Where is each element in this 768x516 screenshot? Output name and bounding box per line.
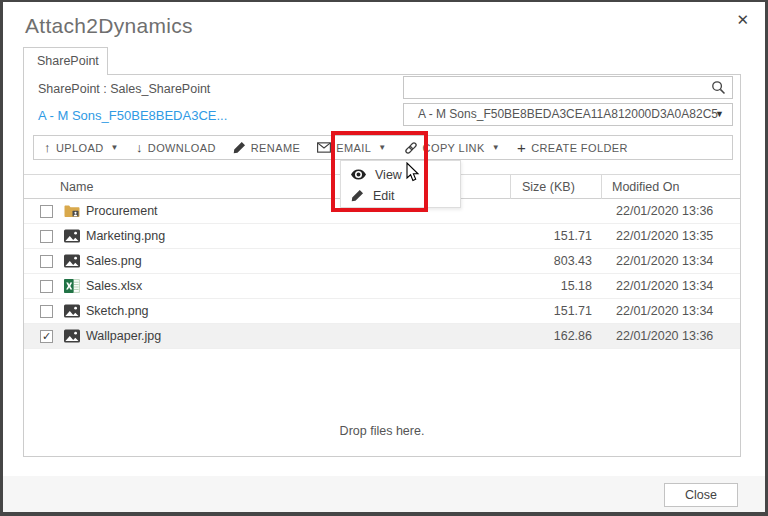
file-row[interactable]: Sales.png803.4322/01/2020 13:34 (24, 249, 740, 274)
search-box (403, 76, 733, 99)
tab-sharepoint[interactable]: SharePoint (23, 47, 108, 75)
chevron-down-icon: ▼ (715, 104, 724, 125)
breadcrumb-link[interactable]: A - M Sons_F50BE8BEDA3CE... (38, 108, 227, 123)
create-folder-label: CREATE FOLDER (531, 142, 628, 154)
file-list: Procurement22/01/2020 13:36Marketing.png… (24, 199, 740, 349)
checkbox-unchecked[interactable] (40, 280, 53, 293)
menu-item-view-label: View (375, 168, 402, 182)
file-modified-date: 22/01/2020 13:34 (616, 254, 713, 268)
file-row[interactable]: ✓Wallpaper.jpg162.8622/01/2020 13:36 (24, 324, 740, 349)
folder-select-value: A - M Sons_F50BE8BEDA3CEA11A812000D3A0A8… (418, 107, 718, 121)
file-modified-date: 22/01/2020 13:36 (616, 329, 713, 343)
file-size: 803.43 (464, 254, 592, 268)
email-button[interactable]: EMAIL ▼ (317, 142, 386, 154)
image-icon (64, 254, 80, 268)
checkbox-unchecked[interactable] (40, 255, 53, 268)
search-icon[interactable] (711, 80, 726, 95)
drop-files-hint: Drop files here. (24, 424, 740, 438)
file-size: 162.86 (464, 329, 592, 343)
file-name: Sales.xlsx (86, 279, 142, 293)
close-icon[interactable]: ✕ (736, 10, 749, 30)
envelope-icon (317, 142, 331, 153)
menu-item-view[interactable]: View (341, 164, 460, 185)
column-divider (601, 175, 602, 199)
image-icon (64, 304, 80, 318)
file-row[interactable]: Marketing.png151.7122/01/2020 13:35 (24, 224, 740, 249)
copy-link-menu: View Edit (340, 160, 461, 208)
menu-item-edit[interactable]: Edit (341, 185, 460, 206)
rename-button[interactable]: RENAME (233, 141, 300, 154)
file-row[interactable]: Sales.xlsx15.1822/01/2020 13:34 (24, 274, 740, 299)
download-label: DOWNLOAD (148, 142, 216, 154)
file-modified-date: 22/01/2020 13:34 (616, 279, 713, 293)
file-name: Sketch.png (86, 304, 149, 318)
plus-icon: + (517, 140, 526, 155)
column-header-size[interactable]: Size (KB) (522, 180, 575, 194)
file-modified-date: 22/01/2020 13:34 (616, 304, 713, 318)
dialog-footer: Close (3, 476, 765, 512)
menu-item-edit-label: Edit (373, 189, 395, 203)
download-arrow-icon: ↓ (136, 141, 143, 154)
file-size: 151.71 (464, 229, 592, 243)
file-modified-date: 22/01/2020 13:35 (616, 229, 713, 243)
file-modified-date: 22/01/2020 13:36 (616, 204, 713, 218)
copy-link-label: COPY LINK (423, 142, 485, 154)
sharepoint-panel: Name Size (KB) Modified On Procurement22… (23, 74, 741, 457)
file-name: Wallpaper.jpg (86, 329, 161, 343)
column-divider (510, 175, 511, 199)
folder-icon (64, 204, 80, 218)
file-size: 15.18 (464, 279, 592, 293)
attach2dynamics-dialog: Attach2Dynamics ✕ SharePoint Name Size (… (0, 0, 768, 516)
upload-label: UPLOAD (56, 142, 104, 154)
rename-label: RENAME (251, 142, 300, 154)
column-header-name[interactable]: Name (60, 180, 93, 194)
sharepoint-source-label: SharePoint : Sales_SharePoint (38, 82, 210, 96)
chevron-down-icon: ▼ (111, 143, 119, 152)
create-folder-button[interactable]: + CREATE FOLDER (517, 140, 628, 155)
pencil-icon (351, 189, 364, 202)
eye-icon (351, 169, 366, 180)
toolbar: ↑ UPLOAD ▼ ↓ DOWNLOAD RENAME EMAIL ▼ COP… (33, 135, 733, 160)
close-button[interactable]: Close (664, 483, 738, 507)
pencil-icon (233, 141, 246, 154)
image-icon (64, 229, 80, 243)
file-name: Sales.png (86, 254, 142, 268)
dialog-title: Attach2Dynamics (25, 14, 193, 38)
excel-icon (64, 279, 80, 293)
email-label: EMAIL (336, 142, 371, 154)
download-button[interactable]: ↓ DOWNLOAD (136, 141, 216, 154)
file-name: Procurement (86, 204, 158, 218)
file-row[interactable]: Sketch.png151.7122/01/2020 13:34 (24, 299, 740, 324)
file-size: 151.71 (464, 304, 592, 318)
image-icon (64, 329, 80, 343)
upload-button[interactable]: ↑ UPLOAD ▼ (44, 141, 119, 154)
checkbox-unchecked[interactable] (40, 230, 53, 243)
column-header-modified[interactable]: Modified On (612, 180, 679, 194)
search-input[interactable] (410, 77, 706, 98)
checkbox-unchecked[interactable] (40, 205, 53, 218)
folder-select-dropdown[interactable]: A - M Sons_F50BE8BEDA3CEA11A812000D3A0A8… (403, 103, 733, 126)
checkbox-checked[interactable]: ✓ (40, 330, 53, 343)
chain-link-icon (404, 141, 418, 155)
file-name: Marketing.png (86, 229, 165, 243)
upload-arrow-icon: ↑ (44, 141, 51, 154)
chevron-down-icon: ▼ (492, 143, 500, 152)
chevron-down-icon: ▼ (378, 143, 386, 152)
copy-link-button[interactable]: COPY LINK ▼ (404, 141, 500, 155)
checkbox-unchecked[interactable] (40, 305, 53, 318)
